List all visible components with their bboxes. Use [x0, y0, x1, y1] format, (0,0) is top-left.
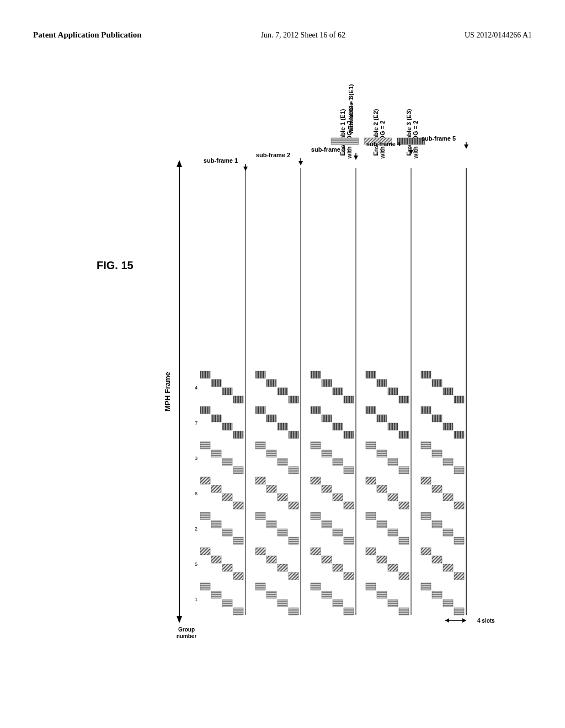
slot-block — [333, 529, 343, 536]
slot-block — [311, 371, 321, 378]
slot-block — [344, 431, 354, 438]
slot-block — [377, 521, 387, 528]
slot-block — [399, 431, 409, 438]
slot-block — [278, 388, 287, 395]
slot-block — [344, 608, 354, 615]
slot-block — [278, 599, 287, 607]
slot-block — [454, 608, 464, 615]
slot-block — [388, 564, 398, 571]
slot-block — [399, 467, 409, 474]
group-number: 7 — [195, 420, 198, 426]
slot-block — [443, 423, 453, 430]
slot-block — [454, 572, 464, 580]
slot-block — [322, 379, 332, 387]
group-number: 4 — [195, 385, 198, 390]
group-number-label-2: number — [177, 633, 197, 639]
slot-block — [454, 431, 464, 438]
slot-block — [443, 494, 453, 501]
slot-block — [388, 529, 398, 536]
slot-block — [432, 450, 442, 457]
group-number: 3 — [195, 456, 198, 461]
slot-block — [255, 406, 265, 414]
slot-block — [322, 415, 332, 422]
slot-block — [222, 599, 232, 607]
slot-block — [311, 442, 321, 449]
slot-block — [421, 548, 431, 555]
slot-block — [255, 548, 265, 555]
slot-block — [333, 458, 343, 465]
slot-block — [289, 608, 299, 615]
slot-block — [322, 556, 332, 563]
slot-block — [222, 458, 232, 465]
slot-block — [233, 608, 243, 615]
slot-block — [377, 485, 387, 493]
group-number: 2 — [195, 526, 198, 532]
slot-block — [333, 423, 343, 430]
slot-block — [289, 467, 299, 474]
slot-block — [421, 477, 431, 484]
slot-block — [366, 371, 376, 378]
slot-block — [443, 599, 453, 607]
slot-block — [200, 371, 210, 378]
slot-block — [399, 537, 409, 544]
mph-frame-label: MPH Frame — [163, 372, 172, 411]
slot-block — [377, 415, 387, 422]
publication-label: Patent Application Publication — [33, 30, 142, 40]
slot-block — [388, 458, 398, 465]
slot-block — [266, 485, 276, 493]
slot-block — [333, 388, 343, 395]
slot-block — [443, 529, 453, 536]
slot-block — [366, 406, 376, 414]
slots-arrow-right — [462, 618, 466, 623]
sf2-label: sub-frame 2 — [256, 152, 290, 158]
slot-block — [366, 583, 376, 590]
slot-block — [278, 423, 287, 430]
slot-block — [255, 477, 265, 484]
slot-block — [333, 494, 343, 501]
slot-block — [266, 450, 276, 457]
slot-block — [278, 494, 287, 501]
slot-block — [388, 599, 398, 607]
slot-block — [233, 431, 243, 438]
slot-block — [344, 467, 354, 474]
slot-block — [432, 379, 442, 387]
slot-block — [233, 502, 243, 509]
e3-swatch — [397, 138, 425, 144]
slot-block — [311, 512, 321, 520]
slot-block — [443, 388, 453, 395]
slot-block — [311, 477, 321, 484]
slot-block — [344, 537, 354, 544]
slot-block — [322, 450, 332, 457]
slot-block — [233, 396, 243, 403]
slot-block — [311, 583, 321, 590]
slot-block — [289, 572, 299, 580]
slot-block — [322, 485, 332, 493]
slot-block — [289, 396, 299, 403]
group-number: 5 — [195, 561, 198, 567]
slot-block — [366, 512, 376, 520]
slot-block — [233, 467, 243, 474]
slot-block — [211, 591, 221, 598]
slot-block — [421, 583, 431, 590]
sf5-label: sub-frame 5 — [422, 135, 456, 142]
slot-block — [200, 583, 210, 590]
mph-arrow-down — [177, 616, 182, 623]
slots-label: 4 slots — [477, 618, 495, 624]
slot-block — [377, 379, 387, 387]
slot-block — [266, 556, 276, 563]
slot-block — [366, 442, 376, 449]
slot-block — [200, 442, 210, 449]
slot-block — [454, 396, 464, 403]
slot-block — [432, 556, 442, 563]
group-number-label: Group — [178, 627, 195, 633]
slot-block — [222, 423, 232, 430]
slot-block — [200, 477, 210, 484]
slot-block — [432, 485, 442, 493]
slot-block — [311, 548, 321, 555]
slot-block — [388, 494, 398, 501]
slot-block — [255, 371, 265, 378]
figure-label: FIG. 15 — [97, 259, 134, 272]
slot-block — [233, 572, 243, 580]
slot-block — [443, 458, 453, 465]
slot-block — [211, 450, 221, 457]
